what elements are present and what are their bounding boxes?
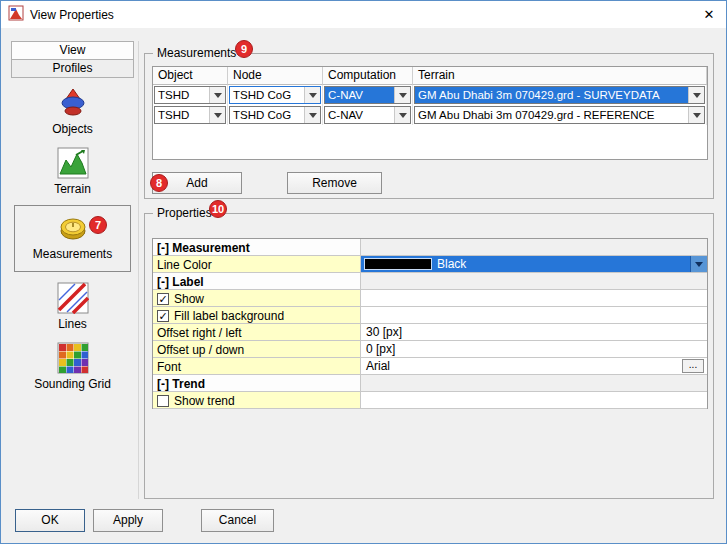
property-value	[361, 290, 707, 306]
computation-combo[interactable]: C-NAV	[324, 106, 411, 124]
sidebar-item-label: Measurements	[13, 247, 132, 261]
app-icon	[8, 5, 24, 24]
column-header-terrain[interactable]: Terrain	[413, 67, 707, 85]
computation-combo[interactable]: C-NAV	[324, 86, 411, 104]
tab-view[interactable]: View	[11, 41, 134, 60]
sidebar-item-label: Objects	[13, 122, 132, 136]
dropdown-arrow-icon[interactable]	[688, 87, 704, 103]
sidebar-item-lines[interactable]: Lines	[13, 282, 132, 331]
lines-icon	[57, 282, 89, 314]
step-badge-9: 9	[235, 40, 253, 58]
dropdown-arrow-icon[interactable]	[209, 87, 225, 103]
table-row: TSHD TSHD CoG C-NAV GM Abu Dhabi 3m 0704…	[153, 105, 707, 125]
properties-group: Properties 10 [-] Measurement Line Color…	[144, 213, 714, 499]
show-checkbox[interactable]: ✓	[157, 293, 169, 305]
cancel-button[interactable]: Cancel	[201, 509, 274, 532]
ok-button[interactable]: OK	[15, 509, 85, 532]
measurements-icon	[57, 212, 89, 244]
offset-up-down-field[interactable]: 0 [px]	[361, 341, 707, 357]
combo-value: TSHD	[155, 87, 209, 103]
sounding-grid-icon	[57, 342, 89, 374]
step-badge-10: 10	[209, 200, 227, 218]
property-label: Show	[174, 292, 204, 306]
measurements-table: Object Node Computation Terrain TSHD TSH…	[152, 66, 708, 160]
combo-value: TSHD CoG	[230, 107, 304, 123]
combo-value: TSHD	[155, 107, 209, 123]
properties-group-label: Properties	[153, 206, 216, 220]
view-properties-dialog: View Properties ✕ View Profiles Objects …	[0, 0, 727, 544]
terrain-icon	[57, 147, 89, 179]
property-row-show-trend: Show trend	[153, 392, 707, 409]
fill-label-background-checkbox[interactable]: ✓	[157, 310, 169, 322]
column-header-object[interactable]: Object	[153, 67, 228, 85]
sidebar-item-measurements[interactable]: Measurements	[13, 212, 132, 261]
step-badge-7: 7	[89, 216, 107, 234]
object-combo[interactable]: TSHD	[154, 106, 226, 124]
property-value	[361, 375, 707, 391]
property-label: Line Color	[153, 256, 361, 272]
dropdown-arrow-icon[interactable]	[690, 256, 707, 272]
property-label: [-] Trend	[153, 375, 361, 391]
property-label: Show trend	[174, 394, 235, 408]
node-combo[interactable]: TSHD CoG	[229, 106, 321, 124]
object-combo[interactable]: TSHD	[154, 86, 226, 104]
property-grid: [-] Measurement Line Color Black [-] Lab…	[152, 238, 708, 409]
dropdown-arrow-icon[interactable]	[394, 87, 410, 103]
titlebar: View Properties ✕	[1, 1, 726, 28]
terrain-combo[interactable]: GM Abu Dhabi 3m 070429.grd - SURVEYDATA	[414, 86, 705, 104]
dropdown-arrow-icon[interactable]	[304, 107, 320, 123]
combo-value: C-NAV	[325, 87, 394, 103]
property-label: Offset up / down	[153, 341, 361, 357]
property-row-measurement-category[interactable]: [-] Measurement	[153, 239, 707, 256]
column-header-node[interactable]: Node	[228, 67, 323, 85]
property-label: Fill label background	[174, 309, 284, 323]
table-header-row: Object Node Computation Terrain	[153, 67, 707, 85]
table-row: TSHD TSHD CoG C-NAV GM Abu Dhabi 3m 0704…	[153, 85, 707, 105]
sidebar-divider	[138, 41, 139, 499]
sidebar-item-label: Terrain	[13, 182, 132, 196]
sidebar-item-terrain[interactable]: Terrain	[13, 147, 132, 196]
property-row-offset-up-down: Offset up / down 0 [px]	[153, 341, 707, 358]
dropdown-arrow-icon[interactable]	[688, 107, 704, 123]
remove-button[interactable]: Remove	[287, 172, 382, 194]
property-row-show: ✓ Show	[153, 290, 707, 307]
sidebar-item-label: Sounding Grid	[13, 377, 132, 391]
property-value	[361, 392, 707, 408]
node-combo[interactable]: TSHD CoG	[229, 86, 321, 104]
window-title: View Properties	[30, 8, 114, 22]
apply-button[interactable]: Apply	[93, 509, 163, 532]
line-color-dropdown[interactable]: Black	[361, 256, 707, 272]
property-row-line-color: Line Color Black	[153, 256, 707, 273]
offset-right-left-field[interactable]: 30 [px]	[361, 324, 707, 340]
objects-icon	[57, 87, 89, 119]
sidebar-item-sounding-grid[interactable]: Sounding Grid	[13, 342, 132, 391]
combo-value: TSHD CoG	[230, 87, 304, 103]
property-label: [-] Measurement	[153, 239, 361, 255]
property-label: Font	[153, 358, 361, 374]
sidebar-item-label: Lines	[13, 317, 132, 331]
close-icon[interactable]: ✕	[692, 1, 726, 28]
combo-value: GM Abu Dhabi 3m 070429.grd - REFERENCE	[415, 107, 688, 123]
dropdown-arrow-icon[interactable]	[209, 107, 225, 123]
font-ellipsis-button[interactable]: ...	[682, 359, 704, 373]
combo-value: C-NAV	[325, 107, 394, 123]
property-label: [-] Label	[153, 273, 361, 289]
measurements-group-label: Measurements	[153, 46, 240, 60]
tab-profiles[interactable]: Profiles	[11, 59, 134, 78]
property-value	[361, 307, 707, 323]
property-value	[361, 273, 707, 289]
dropdown-arrow-icon[interactable]	[304, 87, 320, 103]
dropdown-arrow-icon[interactable]	[394, 107, 410, 123]
property-value	[361, 239, 707, 255]
show-trend-checkbox[interactable]	[157, 395, 169, 407]
font-value: Arial	[366, 359, 390, 373]
column-header-computation[interactable]: Computation	[323, 67, 413, 85]
property-row-trend-category[interactable]: [-] Trend	[153, 375, 707, 392]
property-label: Offset right / left	[153, 324, 361, 340]
terrain-combo[interactable]: GM Abu Dhabi 3m 070429.grd - REFERENCE	[414, 106, 705, 124]
color-name: Black	[437, 257, 466, 271]
property-row-label-category[interactable]: [-] Label	[153, 273, 707, 290]
sidebar-item-objects[interactable]: Objects	[13, 87, 132, 136]
font-field[interactable]: Arial ...	[361, 358, 707, 374]
property-row-offset-right-left: Offset right / left 30 [px]	[153, 324, 707, 341]
